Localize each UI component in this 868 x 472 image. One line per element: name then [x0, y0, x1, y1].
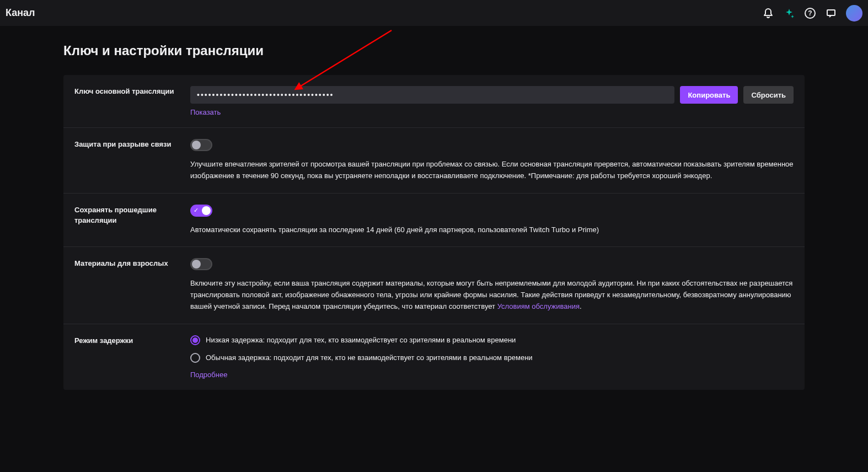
radio-unselected-icon [190, 353, 200, 363]
avatar[interactable] [846, 5, 862, 22]
topbar: Канал ? [0, 0, 868, 26]
disconnect-protection-description: Улучшите впечатления зрителей от просмот… [190, 159, 794, 182]
latency-normal-option[interactable]: Обычная задержка: подходит для тех, кто … [190, 353, 794, 363]
page-title: Ключ и настройки трансляции [63, 43, 805, 58]
radio-selected-icon [190, 335, 200, 345]
stream-key-input[interactable] [190, 86, 674, 104]
store-vods-description: Автоматически сохранять трансляции за по… [190, 224, 794, 236]
reset-button[interactable]: Сбросить [743, 86, 794, 104]
chat-icon[interactable] [823, 5, 839, 22]
store-vods-row: Сохранять прошедшие трансляции ✓ Автомат… [63, 194, 805, 248]
topbar-actions: ? [760, 5, 862, 22]
mature-content-toggle[interactable] [190, 258, 212, 270]
disconnect-protection-label: Защита при разрыве связи [74, 139, 190, 182]
svg-rect-0 [827, 10, 835, 15]
latency-mode-label: Режим задержки [74, 335, 190, 379]
copy-button[interactable]: Копировать [680, 86, 738, 104]
content-area: Ключ и настройки трансляции Ключ основно… [0, 26, 868, 472]
stream-key-label: Ключ основной трансляции [74, 86, 190, 116]
sparkle-icon[interactable] [781, 5, 797, 22]
latency-mode-row: Режим задержки Низкая задержка: подходит… [63, 324, 805, 390]
topbar-title: Канал [6, 7, 35, 19]
settings-card: Ключ основной трансляции Копировать Сбро… [63, 75, 805, 390]
mature-content-label: Материалы для взрослых [74, 258, 190, 312]
disconnect-protection-toggle[interactable] [190, 139, 212, 151]
store-vods-toggle[interactable]: ✓ [190, 205, 212, 217]
store-vods-label: Сохранять прошедшие трансляции [74, 205, 190, 236]
latency-low-option[interactable]: Низкая задержка: подходит для тех, кто в… [190, 335, 794, 345]
notifications-icon[interactable] [760, 5, 776, 22]
help-icon[interactable]: ? [802, 5, 818, 22]
latency-more-link[interactable]: Подробнее [190, 371, 227, 379]
mature-content-row: Материалы для взрослых Включите эту наст… [63, 247, 805, 324]
show-key-link[interactable]: Показать [190, 108, 221, 116]
tos-link[interactable]: Условиям обслуживания [497, 302, 580, 310]
mature-content-description: Включите эту настройку, если ваша трансл… [190, 278, 794, 312]
stream-key-row: Ключ основной трансляции Копировать Сбро… [63, 75, 805, 128]
disconnect-protection-row: Защита при разрыве связи Улучшите впечат… [63, 128, 805, 194]
